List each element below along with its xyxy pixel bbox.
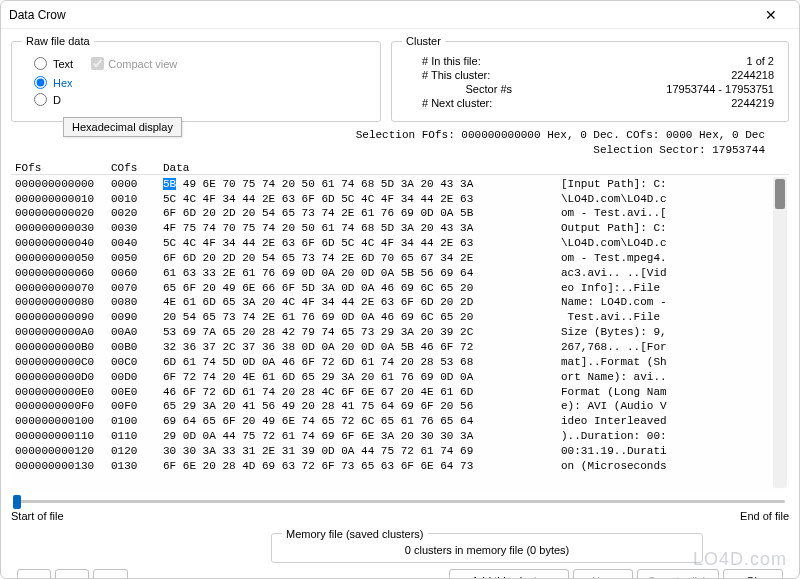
hex-ascii[interactable]: Format (Long Nam [541, 385, 667, 400]
hex-bytes[interactable]: 61 63 33 2E 61 76 69 0D 0A 20 0D 0A 5B 5… [163, 266, 541, 281]
hex-ascii[interactable]: ideo Interleaved [541, 414, 667, 429]
hex-row[interactable]: 00000000008000804E 61 6D 65 3A 20 4C 4F … [15, 295, 785, 310]
hex-cofs: 0120 [111, 444, 163, 459]
hex-row[interactable]: 0000000000B000B032 36 37 2C 37 36 38 0D … [15, 340, 785, 355]
radio-hex-input[interactable] [34, 76, 47, 89]
hex-row[interactable]: 0000000000F000F065 29 3A 20 41 56 49 20 … [15, 399, 785, 414]
hex-bytes[interactable]: 6D 61 74 5D 0D 0A 46 6F 72 6D 61 74 20 2… [163, 355, 541, 370]
hex-ascii[interactable]: Output Path]: C: [541, 221, 667, 236]
selected-byte[interactable]: 5B [163, 178, 176, 190]
scrollbar-thumb[interactable] [775, 179, 785, 209]
hex-bytes[interactable]: 6F 6D 20 2D 20 54 65 73 74 2E 6D 70 65 6… [163, 251, 541, 266]
hex-fofs: 0000000000A0 [15, 325, 111, 340]
hex-cofs: 00A0 [111, 325, 163, 340]
cluster-sector-value: 17953744 - 17953751 [512, 83, 778, 95]
hex-bytes[interactable]: 65 6F 20 49 6E 66 6F 5D 3A 0D 0A 46 69 6… [163, 281, 541, 296]
cluster-infile-value: 1 of 2 [512, 55, 778, 67]
hex-row[interactable]: 00000000001000105C 4C 4F 34 44 2E 63 6F … [15, 192, 785, 207]
save-button[interactable]: Save to disk [637, 569, 719, 579]
rewind-button[interactable]: << [93, 569, 128, 579]
hex-fofs: 0000000000F0 [15, 399, 111, 414]
radio-text-input[interactable] [34, 57, 47, 70]
ok-button[interactable]: Ok [723, 569, 783, 579]
hex-row[interactable]: 00000000005000506F 6D 20 2D 20 54 65 73 … [15, 251, 785, 266]
compact-view-checkbox: Compact view [91, 57, 177, 70]
hex-cofs: 0130 [111, 459, 163, 474]
hex-row[interactable]: 00000000000000005B 49 6E 70 75 74 20 50 … [15, 177, 785, 192]
slider-thumb[interactable] [13, 495, 21, 509]
hex-bytes[interactable]: 4E 61 6D 65 3A 20 4C 4F 34 44 2E 63 6F 6… [163, 295, 541, 310]
hex-ascii[interactable]: [Input Path]: C: [541, 177, 667, 192]
hex-bytes[interactable]: 65 29 3A 20 41 56 49 20 28 41 75 64 69 6… [163, 399, 541, 414]
hex-row[interactable]: 0000000000E000E046 6F 72 6D 61 74 20 28 … [15, 385, 785, 400]
hex-row[interactable]: 00000000002000206F 6D 20 2D 20 54 65 73 … [15, 206, 785, 221]
hex-ascii[interactable]: eo Info]:..File [541, 281, 667, 296]
radio-hex[interactable]: Hex [34, 76, 370, 89]
hex-ascii[interactable]: mat]..Format (Sh [541, 355, 667, 370]
hex-cofs: 0050 [111, 251, 163, 266]
next-button[interactable]: > [55, 569, 89, 579]
prev-button[interactable]: < [17, 569, 51, 579]
hex-ascii[interactable]: ac3.avi.. ..[Vid [541, 266, 667, 281]
hex-row[interactable]: 0000000000C000C06D 61 74 5D 0D 0A 46 6F … [15, 355, 785, 370]
close-button[interactable]: ✕ [751, 3, 791, 27]
window-title: Data Crow [9, 8, 751, 22]
hex-row[interactable]: 0000000000A000A053 69 7A 65 20 28 42 79 … [15, 325, 785, 340]
hex-row[interactable]: 000000000070007065 6F 20 49 6E 66 6F 5D … [15, 281, 785, 296]
hex-bytes[interactable]: 20 54 65 73 74 2E 61 76 69 0D 0A 46 69 6… [163, 310, 541, 325]
hex-fofs: 000000000000 [15, 177, 111, 192]
hex-bytes[interactable]: 29 0D 0A 44 75 72 61 74 69 6F 6E 3A 20 3… [163, 429, 541, 444]
hex-ascii[interactable]: Name: LO4D.com - [541, 295, 667, 310]
hex-row[interactable]: 000000000110011029 0D 0A 44 75 72 61 74 … [15, 429, 785, 444]
hex-bytes[interactable]: 5C 4C 4F 34 44 2E 63 6F 6D 5C 4C 4F 34 4… [163, 236, 541, 251]
hex-bytes[interactable]: 5B 49 6E 70 75 74 20 50 61 74 68 5D 3A 2… [163, 177, 541, 192]
hex-ascii[interactable]: 00:31.19..Durati [541, 444, 667, 459]
hex-bytes[interactable]: 5C 4C 4F 34 44 2E 63 6F 6D 5C 4C 4F 34 4… [163, 192, 541, 207]
hex-ascii[interactable]: e): AVI (Audio V [541, 399, 667, 414]
hex-row[interactable]: 0000000000D000D06F 72 74 20 4E 61 6D 65 … [15, 370, 785, 385]
hex-row[interactable]: 00000000004000405C 4C 4F 34 44 2E 63 6F … [15, 236, 785, 251]
hex-bytes[interactable]: 6F 6E 20 28 4D 69 63 72 6F 73 65 63 6F 6… [163, 459, 541, 474]
radio-text[interactable]: Text [34, 57, 73, 70]
hex-ascii[interactable]: on (Microseconds [541, 459, 667, 474]
hex-row[interactable]: 00000000013001306F 6E 20 28 4D 69 63 72 … [15, 459, 785, 474]
file-position-slider[interactable] [11, 492, 789, 510]
hex-row[interactable]: 00000000003000304F 75 74 70 75 74 20 50 … [15, 221, 785, 236]
hex-ascii[interactable]: )..Duration: 00: [541, 429, 667, 444]
hex-ascii[interactable]: ort Name): avi.. [541, 370, 667, 385]
slider-end-label: End of file [740, 510, 789, 522]
hex-row[interactable]: 000000000100010069 64 65 6F 20 49 6E 74 … [15, 414, 785, 429]
hex-cofs: 0110 [111, 429, 163, 444]
hex-row[interactable]: 000000000060006061 63 33 2E 61 76 69 0D … [15, 266, 785, 281]
hex-bytes[interactable]: 6F 72 74 20 4E 61 6D 65 29 3A 20 61 76 6… [163, 370, 541, 385]
hex-fofs: 000000000040 [15, 236, 111, 251]
hex-ascii[interactable]: 267,768.. ..[For [541, 340, 667, 355]
hex-bytes[interactable]: 30 30 3A 33 31 2E 31 39 0D 0A 44 75 72 6… [163, 444, 541, 459]
radio-d-input[interactable] [34, 93, 47, 106]
hex-bytes[interactable]: 6F 6D 20 2D 20 54 65 73 74 2E 61 76 69 0… [163, 206, 541, 221]
hex-fofs: 000000000080 [15, 295, 111, 310]
hex-ascii[interactable]: om - Test.mpeg4. [541, 251, 667, 266]
hex-fofs: 000000000050 [15, 251, 111, 266]
hex-ascii[interactable]: \LO4D.com\LO4D.c [541, 236, 667, 251]
hex-ascii[interactable]: Test.avi..File [541, 310, 667, 325]
hex-bytes[interactable]: 32 36 37 2C 37 36 38 0D 0A 20 0D 0A 5B 4… [163, 340, 541, 355]
hex-viewer[interactable]: 00000000000000005B 49 6E 70 75 74 20 50 … [11, 175, 789, 490]
new-button[interactable]: New [573, 569, 633, 579]
cluster-this-label: # This cluster: [402, 69, 512, 81]
hex-ascii[interactable]: Size (Bytes): 9, [541, 325, 667, 340]
hex-bytes[interactable]: 4F 75 74 70 75 74 20 50 61 74 68 5D 3A 2… [163, 221, 541, 236]
hex-ascii[interactable]: om - Test.avi..[ [541, 206, 667, 221]
hex-row[interactable]: 000000000120012030 30 3A 33 31 2E 31 39 … [15, 444, 785, 459]
hex-fofs: 000000000020 [15, 206, 111, 221]
vertical-scrollbar[interactable] [773, 177, 787, 488]
hex-row[interactable]: 000000000090009020 54 65 73 74 2E 61 76 … [15, 310, 785, 325]
hex-ascii[interactable]: \LO4D.com\LO4D.c [541, 192, 667, 207]
hex-cofs: 0040 [111, 236, 163, 251]
cluster-infile-label: # In this file: [402, 55, 512, 67]
radio-d[interactable]: D [34, 93, 370, 106]
hex-bytes[interactable]: 53 69 7A 65 20 28 42 79 74 65 73 29 3A 2… [163, 325, 541, 340]
hex-bytes[interactable]: 69 64 65 6F 20 49 6E 74 65 72 6C 65 61 7… [163, 414, 541, 429]
hex-bytes[interactable]: 46 6F 72 6D 61 74 20 28 4C 6F 6E 67 20 4… [163, 385, 541, 400]
add-cluster-button[interactable]: Add this cluster [449, 569, 569, 579]
